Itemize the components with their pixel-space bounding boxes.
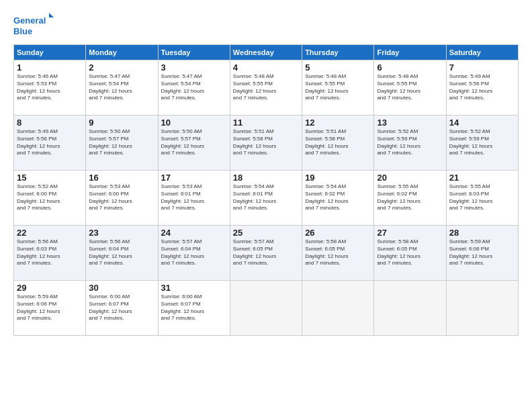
calendar-cell: 21Sunrise: 5:55 AM Sunset: 6:03 PM Dayli… bbox=[446, 171, 518, 226]
col-header-friday: Friday bbox=[374, 45, 446, 60]
calendar-cell: 30Sunrise: 6:00 AM Sunset: 6:07 PM Dayli… bbox=[86, 281, 158, 336]
calendar-week-2: 8Sunrise: 5:49 AM Sunset: 5:56 PM Daylig… bbox=[14, 116, 519, 171]
day-info: Sunrise: 5:58 AM Sunset: 6:05 PM Dayligh… bbox=[305, 238, 371, 267]
svg-marker-2 bbox=[49, 13, 54, 17]
day-info: Sunrise: 5:57 AM Sunset: 6:05 PM Dayligh… bbox=[233, 238, 299, 267]
calendar-week-4: 22Sunrise: 5:56 AM Sunset: 6:03 PM Dayli… bbox=[14, 226, 519, 281]
calendar-cell: 14Sunrise: 5:52 AM Sunset: 5:59 PM Dayli… bbox=[446, 116, 518, 171]
day-info: Sunrise: 5:59 AM Sunset: 6:06 PM Dayligh… bbox=[17, 293, 83, 322]
day-info: Sunrise: 5:58 AM Sunset: 6:05 PM Dayligh… bbox=[377, 238, 443, 267]
day-number: 24 bbox=[161, 228, 227, 238]
day-number: 1 bbox=[17, 62, 83, 73]
calendar-cell: 11Sunrise: 5:51 AM Sunset: 5:58 PM Dayli… bbox=[230, 116, 302, 171]
day-info: Sunrise: 5:49 AM Sunset: 5:56 PM Dayligh… bbox=[449, 73, 515, 102]
day-info: Sunrise: 5:52 AM Sunset: 6:00 PM Dayligh… bbox=[17, 183, 83, 212]
day-number: 2 bbox=[89, 62, 154, 73]
day-info: Sunrise: 5:53 AM Sunset: 6:01 PM Dayligh… bbox=[161, 183, 227, 212]
day-number: 31 bbox=[161, 283, 227, 293]
page: General Blue SundayMondayTuesdayWednesda… bbox=[0, 0, 532, 411]
calendar-cell: 22Sunrise: 5:56 AM Sunset: 6:03 PM Dayli… bbox=[14, 226, 86, 281]
calendar-cell: 6Sunrise: 5:48 AM Sunset: 5:55 PM Daylig… bbox=[374, 60, 446, 116]
day-number: 28 bbox=[449, 228, 515, 238]
calendar-cell: 28Sunrise: 5:59 AM Sunset: 6:06 PM Dayli… bbox=[446, 226, 518, 281]
day-info: Sunrise: 5:50 AM Sunset: 5:57 PM Dayligh… bbox=[161, 128, 227, 157]
day-info: Sunrise: 5:59 AM Sunset: 6:06 PM Dayligh… bbox=[449, 238, 515, 267]
header: General Blue bbox=[13, 12, 519, 38]
day-number: 4 bbox=[233, 62, 299, 73]
calendar-header-row: SundayMondayTuesdayWednesdayThursdayFrid… bbox=[14, 45, 519, 60]
calendar-week-1: 1Sunrise: 5:46 AM Sunset: 5:53 PM Daylig… bbox=[14, 60, 519, 116]
day-info: Sunrise: 5:48 AM Sunset: 5:55 PM Dayligh… bbox=[377, 73, 443, 102]
day-number: 5 bbox=[305, 62, 371, 73]
logo-svg: General Blue bbox=[13, 12, 54, 38]
day-number: 3 bbox=[161, 62, 227, 73]
calendar-cell: 27Sunrise: 5:58 AM Sunset: 6:05 PM Dayli… bbox=[374, 226, 446, 281]
calendar-cell: 2Sunrise: 5:47 AM Sunset: 5:54 PM Daylig… bbox=[86, 60, 158, 116]
calendar-cell: 18Sunrise: 5:54 AM Sunset: 6:01 PM Dayli… bbox=[230, 171, 302, 226]
day-number: 25 bbox=[233, 228, 299, 238]
day-info: Sunrise: 5:54 AM Sunset: 6:01 PM Dayligh… bbox=[233, 183, 299, 212]
day-number: 18 bbox=[233, 173, 299, 183]
day-number: 10 bbox=[161, 118, 227, 128]
day-number: 15 bbox=[17, 173, 83, 183]
calendar-cell: 23Sunrise: 5:56 AM Sunset: 6:04 PM Dayli… bbox=[86, 226, 158, 281]
calendar-cell: 3Sunrise: 5:47 AM Sunset: 5:54 PM Daylig… bbox=[158, 60, 230, 116]
day-number: 11 bbox=[233, 118, 299, 128]
calendar-cell: 24Sunrise: 5:57 AM Sunset: 6:04 PM Dayli… bbox=[158, 226, 230, 281]
day-info: Sunrise: 5:51 AM Sunset: 5:58 PM Dayligh… bbox=[305, 128, 371, 157]
day-info: Sunrise: 5:51 AM Sunset: 5:58 PM Dayligh… bbox=[233, 128, 299, 157]
day-info: Sunrise: 5:49 AM Sunset: 5:56 PM Dayligh… bbox=[17, 128, 83, 157]
day-info: Sunrise: 6:00 AM Sunset: 6:07 PM Dayligh… bbox=[89, 293, 154, 322]
col-header-wednesday: Wednesday bbox=[230, 45, 302, 60]
calendar-cell bbox=[446, 281, 518, 336]
calendar-cell: 17Sunrise: 5:53 AM Sunset: 6:01 PM Dayli… bbox=[158, 171, 230, 226]
day-number: 20 bbox=[377, 173, 443, 183]
calendar-week-5: 29Sunrise: 5:59 AM Sunset: 6:06 PM Dayli… bbox=[14, 281, 519, 336]
day-info: Sunrise: 5:47 AM Sunset: 5:54 PM Dayligh… bbox=[89, 73, 154, 102]
day-info: Sunrise: 5:56 AM Sunset: 6:03 PM Dayligh… bbox=[17, 238, 83, 267]
calendar-cell: 1Sunrise: 5:46 AM Sunset: 5:53 PM Daylig… bbox=[14, 60, 86, 116]
day-info: Sunrise: 5:48 AM Sunset: 5:55 PM Dayligh… bbox=[305, 73, 371, 102]
calendar-cell: 16Sunrise: 5:53 AM Sunset: 6:00 PM Dayli… bbox=[86, 171, 158, 226]
calendar-cell: 13Sunrise: 5:52 AM Sunset: 5:59 PM Dayli… bbox=[374, 116, 446, 171]
calendar-cell: 19Sunrise: 5:54 AM Sunset: 6:02 PM Dayli… bbox=[302, 171, 374, 226]
day-info: Sunrise: 5:48 AM Sunset: 5:55 PM Dayligh… bbox=[233, 73, 299, 102]
calendar-cell: 4Sunrise: 5:48 AM Sunset: 5:55 PM Daylig… bbox=[230, 60, 302, 116]
calendar-cell: 5Sunrise: 5:48 AM Sunset: 5:55 PM Daylig… bbox=[302, 60, 374, 116]
day-info: Sunrise: 5:55 AM Sunset: 6:03 PM Dayligh… bbox=[449, 183, 515, 212]
calendar-cell: 15Sunrise: 5:52 AM Sunset: 6:00 PM Dayli… bbox=[14, 171, 86, 226]
calendar-cell bbox=[230, 281, 302, 336]
day-number: 17 bbox=[161, 173, 227, 183]
day-info: Sunrise: 5:46 AM Sunset: 5:53 PM Dayligh… bbox=[17, 73, 83, 102]
day-number: 13 bbox=[377, 118, 443, 128]
day-info: Sunrise: 5:53 AM Sunset: 6:00 PM Dayligh… bbox=[89, 183, 154, 212]
calendar-cell bbox=[302, 281, 374, 336]
calendar-cell: 26Sunrise: 5:58 AM Sunset: 6:05 PM Dayli… bbox=[302, 226, 374, 281]
day-info: Sunrise: 6:00 AM Sunset: 6:07 PM Dayligh… bbox=[161, 293, 227, 322]
logo: General Blue bbox=[13, 12, 54, 38]
calendar-cell: 9Sunrise: 5:50 AM Sunset: 5:57 PM Daylig… bbox=[86, 116, 158, 171]
calendar-cell: 20Sunrise: 5:55 AM Sunset: 6:02 PM Dayli… bbox=[374, 171, 446, 226]
calendar-cell: 10Sunrise: 5:50 AM Sunset: 5:57 PM Dayli… bbox=[158, 116, 230, 171]
col-header-tuesday: Tuesday bbox=[158, 45, 230, 60]
col-header-saturday: Saturday bbox=[446, 45, 518, 60]
calendar-cell: 31Sunrise: 6:00 AM Sunset: 6:07 PM Dayli… bbox=[158, 281, 230, 336]
day-info: Sunrise: 5:57 AM Sunset: 6:04 PM Dayligh… bbox=[161, 238, 227, 267]
day-info: Sunrise: 5:47 AM Sunset: 5:54 PM Dayligh… bbox=[161, 73, 227, 102]
calendar-cell: 29Sunrise: 5:59 AM Sunset: 6:06 PM Dayli… bbox=[14, 281, 86, 336]
day-number: 22 bbox=[17, 228, 83, 238]
col-header-sunday: Sunday bbox=[14, 45, 86, 60]
day-info: Sunrise: 5:55 AM Sunset: 6:02 PM Dayligh… bbox=[377, 183, 443, 212]
calendar-cell: 7Sunrise: 5:49 AM Sunset: 5:56 PM Daylig… bbox=[446, 60, 518, 116]
day-number: 14 bbox=[449, 118, 515, 128]
col-header-monday: Monday bbox=[86, 45, 158, 60]
calendar-cell: 25Sunrise: 5:57 AM Sunset: 6:05 PM Dayli… bbox=[230, 226, 302, 281]
day-number: 16 bbox=[89, 173, 154, 183]
day-number: 29 bbox=[17, 283, 83, 293]
day-info: Sunrise: 5:52 AM Sunset: 5:59 PM Dayligh… bbox=[377, 128, 443, 157]
calendar: SundayMondayTuesdayWednesdayThursdayFrid… bbox=[13, 44, 519, 336]
day-number: 8 bbox=[17, 118, 83, 128]
day-info: Sunrise: 5:56 AM Sunset: 6:04 PM Dayligh… bbox=[89, 238, 154, 267]
day-number: 9 bbox=[89, 118, 154, 128]
day-info: Sunrise: 5:52 AM Sunset: 5:59 PM Dayligh… bbox=[449, 128, 515, 157]
